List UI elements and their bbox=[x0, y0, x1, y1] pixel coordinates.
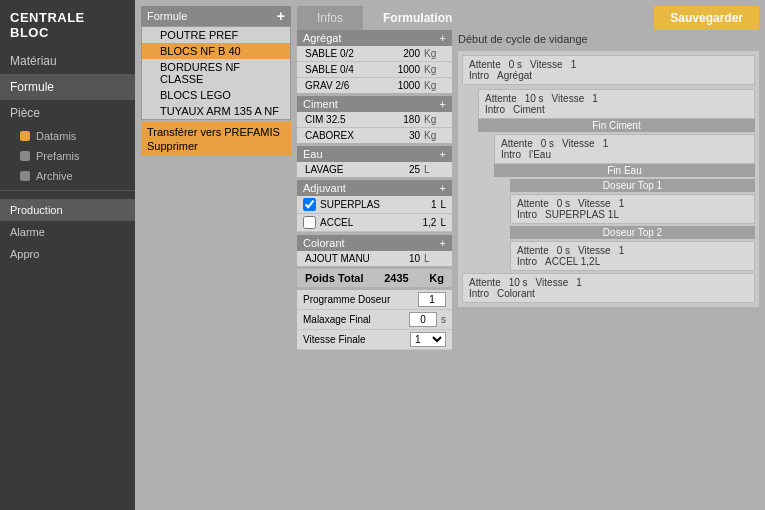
colorant-attente-value: 10 s bbox=[509, 277, 528, 288]
ciment-attente-value: 10 s bbox=[525, 93, 544, 104]
sable04-name: SABLE 0/4 bbox=[305, 64, 380, 75]
formule-color-poutre bbox=[146, 30, 156, 40]
agregat-intro-label: Intro bbox=[469, 70, 489, 81]
tab-infos[interactable]: Infos bbox=[297, 6, 363, 30]
agregat-intro-value: Agrégat bbox=[497, 70, 532, 81]
ciment-label: Ciment bbox=[303, 98, 338, 110]
colorant-label: Colorant bbox=[303, 237, 345, 249]
sable02-row: SABLE 0/2 200 Kg bbox=[297, 46, 452, 62]
main-content: Formule + POUTRE PREF BLOCS NF B 40 BORD… bbox=[135, 0, 765, 510]
ciment-header: Ciment + bbox=[297, 96, 452, 112]
eau-vitesse-value: 1 bbox=[603, 138, 609, 149]
agregat-intro-row: Intro Agrégat bbox=[469, 70, 748, 81]
formule-item-blocs-lego[interactable]: BLOCS LEGO bbox=[142, 87, 290, 103]
programme-doseur-label: Programme Doseur bbox=[303, 294, 414, 305]
malaxage-unit: s bbox=[441, 314, 446, 325]
eau-attente-row: Attente 0 s Vitesse 1 bbox=[501, 138, 748, 149]
formulation-area: Agrégat + SABLE 0/2 200 Kg SABLE 0/4 100… bbox=[297, 30, 759, 350]
tab-formulation[interactable]: Formulation bbox=[363, 6, 472, 30]
cim325-row: CIM 32.5 180 Kg bbox=[297, 112, 452, 128]
cycle-col: Début de cycle de vidange Attente 0 s Vi… bbox=[458, 30, 759, 350]
colorant-vitesse-label: Vitesse bbox=[536, 277, 569, 288]
formule-add-button[interactable]: + bbox=[277, 9, 285, 23]
ingredients-col: Agrégat + SABLE 0/2 200 Kg SABLE 0/4 100… bbox=[297, 30, 452, 350]
ciment-cycle-wrapper: Attente 10 s Vitesse 1 Intro Ciment bbox=[478, 89, 755, 271]
formule-label-poutre: POUTRE PREF bbox=[160, 29, 238, 41]
sidebar: CENTRALE BLOC Matériau Formule Pièce Dat… bbox=[0, 0, 135, 510]
lavage-value: 25 bbox=[380, 164, 420, 175]
superplas-name: SUPERPLAS bbox=[320, 199, 380, 210]
colorant-intro-value: Colorant bbox=[497, 288, 535, 299]
doseur-top2-attente-row: Attente 0 s Vitesse 1 bbox=[517, 245, 748, 256]
eau-attente-label: Attente bbox=[501, 138, 533, 149]
doseur-top2-intro-label: Intro bbox=[517, 256, 537, 267]
sidebar-item-archive[interactable]: Archive bbox=[0, 166, 135, 186]
doseur-top1-vitesse-value: 1 bbox=[619, 198, 625, 209]
colorant-add-button[interactable]: + bbox=[440, 237, 446, 249]
ciment-add-button[interactable]: + bbox=[440, 98, 446, 110]
doseur-top1-intro-label: Intro bbox=[517, 209, 537, 220]
caborex-name: CABOREX bbox=[305, 130, 380, 141]
sidebar-item-prefamis[interactable]: Prefamis bbox=[0, 146, 135, 166]
formule-color-tuyaux bbox=[146, 106, 156, 116]
formule-item-bordures[interactable]: BORDURES NF CLASSE bbox=[142, 59, 290, 87]
accel-unit: L bbox=[440, 217, 446, 228]
accel-checkbox[interactable] bbox=[303, 216, 316, 229]
datamis-dot bbox=[20, 131, 30, 141]
doseur-top2-vitesse-label: Vitesse bbox=[578, 245, 611, 256]
superplas-row: SUPERPLAS 1 L bbox=[297, 196, 452, 214]
transferer-button[interactable]: Transférer vers PREFAMIS bbox=[147, 125, 285, 139]
colorant-vitesse-value: 1 bbox=[576, 277, 582, 288]
supprimer-button[interactable]: Supprimer bbox=[147, 139, 285, 153]
top-area: Formule + POUTRE PREF BLOCS NF B 40 BORD… bbox=[141, 6, 759, 350]
agregat-add-button[interactable]: + bbox=[440, 32, 446, 44]
formule-header: Formule + bbox=[141, 6, 291, 26]
sidebar-item-alarme[interactable]: Alarme bbox=[0, 221, 135, 243]
cycle-content: Attente 0 s Vitesse 1 Intro Agrégat bbox=[458, 51, 759, 307]
grav26-unit: Kg bbox=[424, 80, 444, 91]
cim325-name: CIM 32.5 bbox=[305, 114, 380, 125]
programme-doseur-row: Programme Doseur bbox=[297, 290, 452, 310]
programme-doseur-input[interactable] bbox=[418, 292, 446, 307]
formule-item-poutre[interactable]: POUTRE PREF bbox=[142, 27, 290, 43]
sidebar-item-production[interactable]: Production bbox=[0, 199, 135, 221]
cim325-unit: Kg bbox=[424, 114, 444, 125]
eau-add-button[interactable]: + bbox=[440, 148, 446, 160]
accel-value: 1,2 bbox=[423, 217, 437, 228]
formule-label-blocs-nf: BLOCS NF B 40 bbox=[160, 45, 241, 57]
save-button[interactable]: Sauvegarder bbox=[654, 6, 759, 30]
eau-intro-label: Intro bbox=[501, 149, 521, 160]
doseur-top2-intro-row: Intro ACCEL 1,2L bbox=[517, 256, 748, 267]
malaxage-final-label: Malaxage Final bbox=[303, 314, 405, 325]
formule-color-blocs-lego bbox=[146, 90, 156, 100]
poids-label: Poids Total bbox=[305, 272, 363, 284]
sidebar-item-appro[interactable]: Appro bbox=[0, 243, 135, 265]
ciment-vitesse-value: 1 bbox=[592, 93, 598, 104]
sidebar-item-materiau[interactable]: Matériau bbox=[0, 48, 135, 74]
doseur-top1-attente-row: Attente 0 s Vitesse 1 bbox=[517, 198, 748, 209]
eau-attente-value: 0 s bbox=[541, 138, 554, 149]
datamis-label: Datamis bbox=[36, 130, 76, 142]
malaxage-final-input[interactable] bbox=[409, 312, 437, 327]
formule-item-blocs-nf[interactable]: BLOCS NF B 40 bbox=[142, 43, 290, 59]
prefamis-label: Prefamis bbox=[36, 150, 79, 162]
ciment-intro-row: Intro Ciment bbox=[485, 104, 748, 115]
sidebar-item-formule[interactable]: Formule bbox=[0, 74, 135, 100]
ajout-manu-value: 10 bbox=[380, 253, 420, 264]
vitesse-finale-select[interactable]: 1 2 3 bbox=[410, 332, 446, 347]
ciment-intro-value: Ciment bbox=[513, 104, 545, 115]
sidebar-title: CENTRALE BLOC bbox=[0, 0, 135, 48]
formule-actions: Transférer vers PREFAMIS Supprimer bbox=[141, 122, 291, 156]
adjuvant-add-button[interactable]: + bbox=[440, 182, 446, 194]
sidebar-item-datamis[interactable]: Datamis bbox=[0, 126, 135, 146]
ciment-vitesse-label: Vitesse bbox=[552, 93, 585, 104]
formule-color-blocs-nf bbox=[146, 46, 156, 56]
doseur-top1-attente-value: 0 s bbox=[557, 198, 570, 209]
grav26-name: GRAV 2/6 bbox=[305, 80, 380, 91]
superplas-checkbox[interactable] bbox=[303, 198, 316, 211]
doseur-top2-attente-label: Attente bbox=[517, 245, 549, 256]
formule-item-tuyaux[interactable]: TUYAUX ARM 135 A NF bbox=[142, 103, 290, 119]
sidebar-item-piece[interactable]: Pièce bbox=[0, 100, 135, 126]
caborex-value: 30 bbox=[380, 130, 420, 141]
agregat-attente-label: Attente bbox=[469, 59, 501, 70]
